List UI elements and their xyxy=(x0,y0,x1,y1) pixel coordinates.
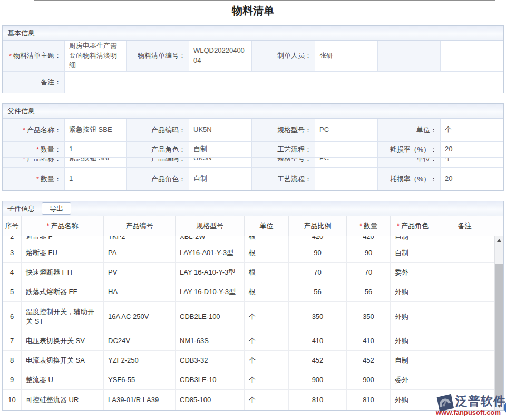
cell-role: 委外 xyxy=(391,370,435,389)
spec-label: 规格型号： xyxy=(252,158,315,168)
cell-qty: 90 xyxy=(347,243,391,262)
unit-label: 单位： xyxy=(378,158,441,168)
table-row: 3 熔断器 FU PA LAY16-A01-Y-3型 根 90 90 自制 xyxy=(3,243,494,263)
cell-no: 9 xyxy=(3,370,22,389)
parent-row-2: * 数量： 1 产品角色： 自制 工艺流程： 耗损率（%）： 20 xyxy=(3,142,503,158)
col-header-role: * 产品角色 xyxy=(391,216,435,236)
cell-unit: 根 xyxy=(245,243,289,262)
cell-role: 自制 xyxy=(391,236,435,243)
cell-qty: 70 xyxy=(347,263,391,282)
child-section-header: 子件信息 导出 xyxy=(3,201,503,216)
cell-name: 跌落式熔断器 FF xyxy=(22,282,104,301)
loss-rate-label: 耗损率（%）： xyxy=(378,142,441,158)
cell-spec: LAY 16-D10-Y-3型 xyxy=(176,282,245,301)
scrollbar-thumb[interactable] xyxy=(495,264,503,403)
cell-qty: 56 xyxy=(347,282,391,301)
parent-row-3: * 数量： 1 产品角色： 自制 工艺流程： 耗损率（%）： 20 xyxy=(3,168,503,190)
table-scrollbar[interactable] xyxy=(494,236,503,410)
product-name-label: * 产品名称： xyxy=(3,119,65,142)
unit-value: 个 xyxy=(441,119,503,142)
process-value xyxy=(315,168,378,190)
required-asterisk: * xyxy=(9,52,12,60)
col-header-qty: * 数量 xyxy=(347,216,391,236)
cell-spec: CDB3LE-10 xyxy=(176,370,245,389)
loss-rate-label: 耗损率（%）： xyxy=(378,168,441,190)
table-rows: 2 避雷器 F TKP2 XBL-2W 根 420 420 自制 3 熔断器 F… xyxy=(3,236,494,410)
cell-qty: 350 xyxy=(347,302,391,331)
col-header-code: 产品编号 xyxy=(104,216,176,236)
product-code-value: UK5N xyxy=(189,119,252,142)
cell-role: 外购 xyxy=(391,331,435,350)
scrollbar-up-button[interactable] xyxy=(495,236,503,245)
page-title: 物料清单 xyxy=(0,0,506,25)
process-label: 工艺流程： xyxy=(252,168,315,190)
cell-code: TKP2 xyxy=(104,236,176,243)
quantity-label: * 数量： xyxy=(3,168,65,190)
required-asterisk: * xyxy=(36,145,39,153)
empty-value-cell xyxy=(441,41,503,72)
watermark: 泛普软件 www.fanpusoft.com xyxy=(435,393,505,417)
col-header-ratio: 产品比例 xyxy=(289,216,347,236)
table-row: 10 可控硅整流器 UR LA39-01/R LA39 CD85-100 个 8… xyxy=(3,390,494,410)
col-header-unit: 单位 xyxy=(245,216,289,236)
cell-no: 2 xyxy=(3,236,22,243)
cell-note xyxy=(435,236,494,243)
table-row: 9 整流器 U YSF6-55 CDB3LE-10 个 900 900 委外 xyxy=(3,370,494,390)
required-asterisk: * xyxy=(359,222,362,230)
cell-role: 自制 xyxy=(391,351,435,370)
cell-note xyxy=(435,282,494,301)
quantity-value: 1 xyxy=(65,142,126,158)
loss-rate-value: 20 xyxy=(441,142,503,158)
cell-role: 外购 xyxy=(391,302,435,331)
cell-qty: 410 xyxy=(347,331,391,350)
parent-clipped-row: * 产品名称： 紧急按钮 SBE 产品编码： UK5N 规格型号： PC 单位：… xyxy=(3,158,503,168)
cell-no: 5 xyxy=(3,282,22,301)
parent-row-1: * 产品名称： 紧急按钮 SBE 产品编码： UK5N 规格型号： PC 单位：… xyxy=(3,119,503,142)
cell-code: PV xyxy=(104,263,176,282)
cell-spec: XBL-2W xyxy=(176,236,245,243)
cell-code: LA39-01/R LA39 xyxy=(104,390,176,410)
basic-section-header: 基本信息 xyxy=(3,26,503,41)
spec-value: PC xyxy=(315,119,378,142)
cell-unit: 根 xyxy=(245,263,289,282)
header-scrollbar-spacer xyxy=(494,216,503,236)
role-value: 自制 xyxy=(189,142,252,158)
cell-qty: 900 xyxy=(347,370,391,389)
table-row: 7 电压表切换开关 SV DC24V NM1-63S 个 410 410 外购 xyxy=(3,331,494,351)
maker-label: 制单人员： xyxy=(252,41,315,72)
cell-ratio: 90 xyxy=(289,243,347,262)
cell-no: 6 xyxy=(3,302,22,331)
product-code-label: 产品编码： xyxy=(126,119,189,142)
basic-row-2: 备注： xyxy=(3,72,503,93)
cell-qty: 420 xyxy=(347,236,391,243)
cell-role: 外购 xyxy=(391,282,435,301)
cell-unit: 个 xyxy=(245,302,289,331)
col-header-no: 序号 xyxy=(3,216,22,236)
cell-code: 16A AC 250V xyxy=(104,302,176,331)
cell-unit: 根 xyxy=(245,282,289,301)
cell-qty: 810 xyxy=(347,390,391,410)
product-name-value: 紧急按钮 SBE xyxy=(65,158,126,168)
cell-note xyxy=(435,243,494,262)
quantity-value: 1 xyxy=(65,168,126,190)
loss-rate-value: 20 xyxy=(441,168,503,190)
cell-ratio: 70 xyxy=(289,263,347,282)
cell-role: 外购 xyxy=(391,390,435,410)
cell-name: 熔断器 FU xyxy=(22,243,104,262)
cell-spec: LAY16-A01-Y-3型 xyxy=(176,243,245,262)
subject-value: 厨房电器生产需要的物料清淡明细 xyxy=(65,41,126,72)
cell-ratio: 350 xyxy=(289,302,347,331)
role-value: 自制 xyxy=(189,168,252,190)
table-header-row: 序号 * 产品名称 产品编号 规格型号 单位 产品比例 * 数量 * 产品角色 … xyxy=(3,216,503,236)
basic-section-title: 基本信息 xyxy=(7,28,35,38)
cell-unit: 个 xyxy=(245,351,289,370)
cell-code: YSF6-55 xyxy=(104,370,176,389)
process-label: 工艺流程： xyxy=(252,142,315,158)
cell-name: 电压表切换开关 SV xyxy=(22,331,104,350)
col-header-note: 备注 xyxy=(435,216,494,236)
scrollbar-track[interactable] xyxy=(495,245,503,264)
export-button[interactable]: 导出 xyxy=(42,202,71,215)
remark-label: 备注： xyxy=(3,72,65,93)
cell-spec: CD85-100 xyxy=(176,390,245,410)
material-list-page: 物料清单 基本信息 * 物料清单主题： 厨房电器生产需要的物料清淡明细 物料清单… xyxy=(0,0,506,420)
